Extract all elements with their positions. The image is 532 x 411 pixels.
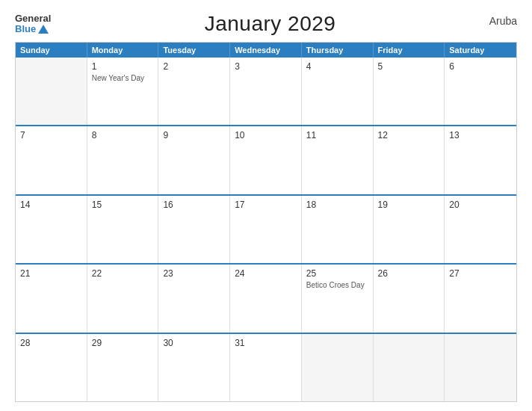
calendar-cell: 30 <box>158 334 230 401</box>
day-number: 25 <box>306 268 368 279</box>
calendar-week-5: 28293031 <box>16 333 516 401</box>
day-number: 9 <box>163 130 225 140</box>
calendar-cell: 3 <box>230 58 302 125</box>
calendar-cell: 15 <box>87 196 159 263</box>
calendar-grid: SundayMondayTuesdayWednesdayThursdayFrid… <box>15 42 517 402</box>
calendar-cell: 16 <box>158 196 230 263</box>
logo-triangle-icon <box>38 25 49 34</box>
weekday-header-row: SundayMondayTuesdayWednesdayThursdayFrid… <box>16 43 516 58</box>
day-number: 27 <box>449 268 512 279</box>
day-number: 22 <box>92 268 154 279</box>
day-number: 6 <box>449 61 512 72</box>
calendar-cell: 7 <box>16 126 87 194</box>
day-number: 31 <box>235 338 297 348</box>
calendar-cell: 28 <box>16 334 87 401</box>
day-number: 8 <box>92 130 154 140</box>
calendar-cell: 9 <box>158 126 230 194</box>
calendar-week-3: 14151617181920 <box>16 194 516 263</box>
calendar-cell: 29 <box>87 334 159 401</box>
day-number: 15 <box>92 200 154 210</box>
day-number: 18 <box>306 200 368 210</box>
day-number: 12 <box>378 130 440 140</box>
logo: General Blue <box>15 13 51 35</box>
day-number: 24 <box>235 268 297 279</box>
calendar-cell <box>445 334 516 401</box>
calendar-cell: 27 <box>445 265 516 332</box>
calendar-cell: 13 <box>445 126 516 194</box>
weekday-header-sunday: Sunday <box>16 43 87 58</box>
calendar-cell: 18 <box>302 196 374 263</box>
calendar-cell: 2 <box>158 58 230 125</box>
calendar-page: General Blue January 2029 Aruba SundayMo… <box>0 0 532 411</box>
calendar-cell: 20 <box>445 196 516 263</box>
calendar-cell: 14 <box>16 196 87 263</box>
day-number: 11 <box>306 130 368 140</box>
weekday-header-tuesday: Tuesday <box>158 43 230 58</box>
page-header: General Blue January 2029 Aruba <box>15 12 517 36</box>
weekday-header-wednesday: Wednesday <box>230 43 302 58</box>
day-number: 17 <box>235 200 297 210</box>
holiday-label: Betico Croes Day <box>306 280 368 290</box>
calendar-cell: 12 <box>374 126 445 194</box>
calendar-cell: 21 <box>16 265 87 332</box>
country-label: Aruba <box>489 12 517 27</box>
day-number: 13 <box>449 130 512 140</box>
day-number: 23 <box>163 268 225 279</box>
calendar-cell: 1New Year's Day <box>87 58 159 125</box>
calendar-cell: 19 <box>374 196 445 263</box>
calendar-cell: 26 <box>374 265 445 332</box>
weekday-header-friday: Friday <box>374 43 445 58</box>
logo-blue-text: Blue <box>15 24 49 34</box>
weekday-header-monday: Monday <box>87 43 159 58</box>
calendar-week-1: 1New Year's Day23456 <box>16 58 516 125</box>
day-number: 2 <box>163 61 225 72</box>
calendar-cell: 22 <box>87 265 159 332</box>
day-number: 14 <box>20 200 82 210</box>
calendar-cell <box>16 58 87 125</box>
logo-general-text: General <box>15 13 51 24</box>
day-number: 19 <box>378 200 440 210</box>
weekday-header-thursday: Thursday <box>302 43 374 58</box>
day-number: 26 <box>378 268 440 279</box>
calendar-cell: 24 <box>230 265 302 332</box>
day-number: 3 <box>235 61 297 72</box>
day-number: 28 <box>20 338 82 348</box>
calendar-body: 1New Year's Day2345678910111213141516171… <box>16 58 516 401</box>
calendar-cell <box>374 334 445 401</box>
day-number: 5 <box>378 61 440 72</box>
day-number: 4 <box>306 61 368 72</box>
calendar-cell: 11 <box>302 126 374 194</box>
day-number: 10 <box>235 130 297 140</box>
day-number: 30 <box>163 338 225 348</box>
holiday-label: New Year's Day <box>92 73 154 83</box>
calendar-cell: 5 <box>374 58 445 125</box>
calendar-cell: 6 <box>445 58 516 125</box>
day-number: 7 <box>20 130 82 140</box>
day-number: 20 <box>449 200 512 210</box>
calendar-cell <box>302 334 374 401</box>
calendar-cell: 10 <box>230 126 302 194</box>
weekday-header-saturday: Saturday <box>445 43 516 58</box>
calendar-cell: 25Betico Croes Day <box>302 265 374 332</box>
calendar-week-4: 2122232425Betico Croes Day2627 <box>16 263 516 332</box>
calendar-cell: 17 <box>230 196 302 263</box>
day-number: 16 <box>163 200 225 210</box>
day-number: 1 <box>92 61 154 72</box>
calendar-title: January 2029 <box>205 12 336 36</box>
calendar-cell: 23 <box>158 265 230 332</box>
day-number: 29 <box>92 338 154 348</box>
calendar-week-2: 78910111213 <box>16 125 516 194</box>
calendar-cell: 4 <box>302 58 374 125</box>
day-number: 21 <box>20 268 82 279</box>
calendar-cell: 31 <box>230 334 302 401</box>
calendar-cell: 8 <box>87 126 159 194</box>
